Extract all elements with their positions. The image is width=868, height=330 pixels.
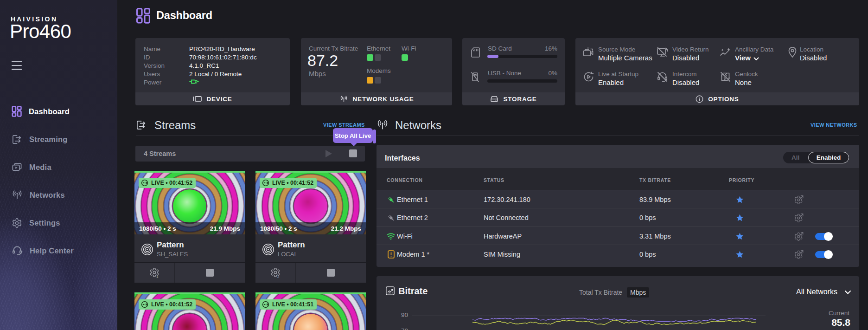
svg-text:1: 1: [156, 274, 159, 278]
svg-text:2: 2: [277, 274, 280, 278]
